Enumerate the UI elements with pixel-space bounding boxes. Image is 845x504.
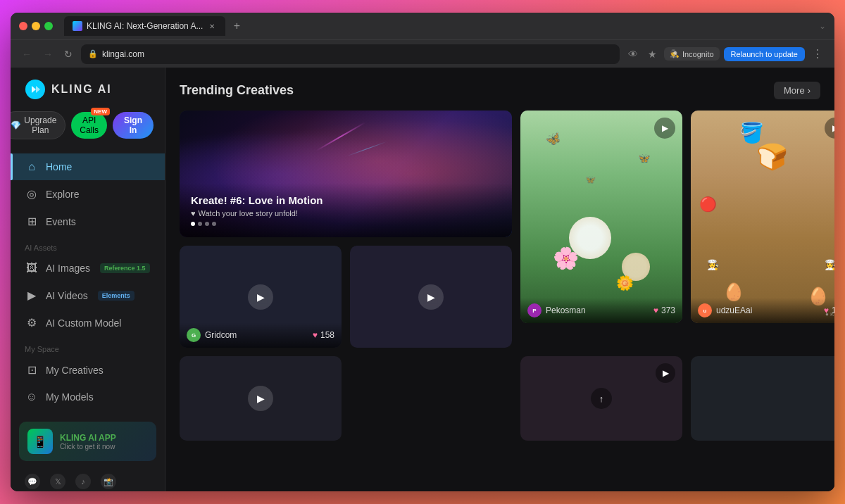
- kling-app-promo[interactable]: 📱 KLING AI APP Click to get it now: [19, 422, 156, 461]
- card-row3-1[interactable]: ▶: [180, 356, 342, 441]
- creator-info-sm1: G Gridcom: [187, 328, 237, 342]
- back-button[interactable]: ←: [19, 46, 35, 63]
- sidebar-item-explore[interactable]: ◎ Explore: [11, 180, 165, 208]
- card-footer-sm1: G Gridcom ♥ 158: [180, 322, 342, 348]
- title-bar: KLING AI: Next-Generation A... ✕ + ⌄: [11, 13, 834, 39]
- more-button[interactable]: More ›: [774, 82, 820, 99]
- watermark: ● KLING: [825, 311, 834, 317]
- incognito-label: Incognito: [682, 50, 714, 58]
- new-tab-button[interactable]: +: [228, 18, 245, 34]
- new-badge: NEW: [91, 108, 110, 115]
- bookmark-icon[interactable]: ★: [645, 47, 660, 61]
- sidebar-item-home[interactable]: ⌂ Home: [11, 153, 165, 180]
- dot-2[interactable]: [198, 222, 202, 226]
- home-icon: ⌂: [25, 160, 39, 173]
- creatives-grid: Kreate! #6: Love in Motion ♥ Watch your …: [180, 111, 820, 441]
- card-garden[interactable]: 🦋 🦋 🦋 🌸 🌼 ▶ P Pekosman ♥: [520, 111, 682, 323]
- url-text: klingai.com: [102, 49, 144, 59]
- heart-filled-icon: ♥: [191, 209, 196, 218]
- ai-images-icon: 🖼: [25, 262, 39, 275]
- card-sm2[interactable]: ▶: [350, 246, 512, 348]
- sidebar-nav: ⌂ Home ◎ Explore ⊞ Events AI Assets 🖼 AI…: [11, 148, 165, 416]
- explore-icon: ◎: [25, 187, 39, 201]
- card-row3-3[interactable]: [691, 356, 834, 441]
- upgrade-plan-button[interactable]: 💎 Upgrade Plan: [11, 111, 65, 139]
- play-button-row3-1[interactable]: ▶: [248, 386, 273, 411]
- tab-title: KLING AI: Next-Generation A...: [87, 21, 203, 31]
- card-footer-kitchen: u udzuEAai ♥ 167: [691, 298, 834, 323]
- play-button-sm1[interactable]: ▶: [248, 284, 273, 310]
- reference-badge: Reference 1.5: [100, 263, 150, 273]
- forward-button[interactable]: →: [40, 46, 56, 63]
- featured-dots: [191, 222, 501, 226]
- dot-3[interactable]: [205, 222, 209, 226]
- app-layout: KLING AI 💎 Upgrade Plan API Calls NEW Si…: [11, 68, 834, 491]
- lock-icon: 🔒: [88, 49, 98, 58]
- eye-off-icon[interactable]: 👁: [625, 47, 641, 61]
- dot-4[interactable]: [212, 222, 216, 226]
- tiktok-icon[interactable]: ♪: [75, 474, 91, 489]
- url-bar[interactable]: 🔒 klingai.com: [81, 44, 620, 64]
- sidebar-item-my-creatives[interactable]: ⊡ My Creatives: [11, 356, 165, 384]
- incognito-badge: 🕵 Incognito: [664, 47, 720, 61]
- incognito-icon: 🕵: [670, 49, 680, 58]
- play-button-garden[interactable]: ▶: [654, 118, 675, 139]
- api-calls-button[interactable]: API Calls NEW: [71, 112, 107, 139]
- sidebar-item-my-models[interactable]: ☺ My Models: [11, 384, 165, 410]
- heart-icon-garden: ♥: [653, 305, 658, 315]
- heart-icon-sm1: ♥: [313, 330, 318, 340]
- my-creatives-icon: ⊡: [25, 363, 39, 377]
- card-row3-2[interactable]: ↑ ▶: [520, 356, 682, 441]
- sidebar-home-label: Home: [46, 161, 72, 172]
- like-info-garden: ♥ 373: [653, 305, 675, 315]
- kling-logo-icon: [25, 79, 46, 100]
- minimize-window-button[interactable]: [32, 22, 40, 30]
- creator-name-sm1: Gridcom: [205, 330, 237, 340]
- card-kitchen[interactable]: 🍞 🪣 🧑‍🍳 🧑‍🍳 🥚 🥚 🔴 ▶ u udzuEAai: [691, 111, 834, 323]
- address-actions: 👁 ★ 🕵 Incognito Relaunch to update ⋮: [625, 46, 826, 62]
- ai-images-label: AI Images: [46, 263, 90, 274]
- browser-window: KLING AI: Next-Generation A... ✕ + ⌄ ← →…: [11, 13, 834, 491]
- window-controls: ⌄: [819, 21, 826, 31]
- play-button-sm2[interactable]: ▶: [418, 284, 444, 310]
- creator-avatar-kitchen: u: [698, 303, 712, 317]
- sidebar-item-ai-videos[interactable]: ▶ AI Videos Elements: [11, 282, 165, 309]
- dot-1[interactable]: [191, 222, 195, 226]
- relaunch-button[interactable]: Relaunch to update: [724, 47, 805, 61]
- logo-text: KLING AI: [51, 83, 112, 96]
- my-models-label: My Models: [46, 391, 94, 403]
- creator-name-garden: Pekosman: [546, 305, 586, 315]
- ai-videos-icon: ▶: [25, 289, 39, 302]
- section-title: Trending Creatives: [180, 83, 294, 98]
- close-window-button[interactable]: [19, 22, 27, 30]
- more-label: More: [784, 85, 805, 96]
- promo-subtitle: Click to get it now: [60, 443, 116, 451]
- tab-close-button[interactable]: ✕: [207, 21, 217, 31]
- maximize-window-button[interactable]: [44, 22, 53, 30]
- twitter-icon[interactable]: 𝕏: [50, 474, 65, 489]
- creator-info-kitchen: u udzuEAai: [698, 303, 752, 317]
- card-sm1[interactable]: ▶ G Gridcom ♥ 158: [180, 246, 342, 348]
- like-info-sm1: ♥ 158: [313, 330, 334, 340]
- sign-in-button[interactable]: Sign In: [113, 112, 154, 139]
- browser-tab[interactable]: KLING AI: Next-Generation A... ✕: [64, 16, 225, 36]
- reload-button[interactable]: ↻: [61, 46, 75, 63]
- sidebar-item-ai-images[interactable]: 🖼 AI Images Reference 1.5: [11, 255, 165, 282]
- instagram-icon[interactable]: 📸: [101, 474, 116, 489]
- like-count-garden: 373: [661, 305, 675, 315]
- app-logo: KLING AI: [25, 79, 112, 100]
- my-space-label: My Space: [11, 336, 165, 356]
- sidebar-item-ai-custom[interactable]: ⚙ AI Custom Model: [11, 309, 165, 336]
- sidebar-item-events[interactable]: ⊞ Events: [11, 208, 165, 235]
- featured-card[interactable]: Kreate! #6: Love in Motion ♥ Watch your …: [180, 111, 512, 237]
- sidebar: KLING AI 💎 Upgrade Plan API Calls NEW Si…: [11, 68, 165, 491]
- app-header: KLING AI: [11, 68, 165, 111]
- ai-assets-label: AI Assets: [11, 235, 165, 255]
- section-header: Trending Creatives More ›: [180, 82, 820, 99]
- discord-icon[interactable]: 💬: [25, 474, 40, 489]
- browser-more-button[interactable]: ⋮: [809, 46, 826, 62]
- like-count-sm1: 158: [320, 330, 334, 340]
- my-creatives-label: My Creatives: [46, 365, 104, 376]
- ai-custom-label: AI Custom Model: [46, 317, 121, 329]
- address-bar: ← → ↻ 🔒 klingai.com 👁 ★ 🕵 Incognito Rela…: [11, 39, 834, 68]
